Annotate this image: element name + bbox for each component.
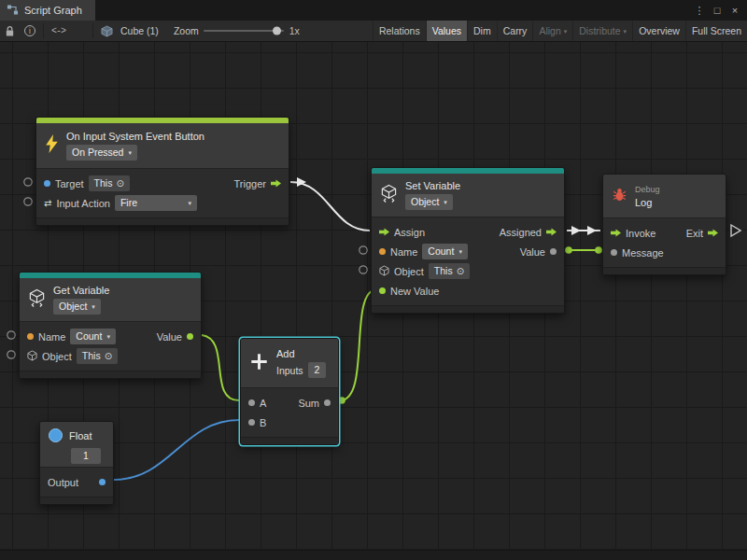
node-title: Float — [69, 430, 92, 441]
graph-target-label[interactable]: Cube (1) — [118, 25, 164, 36]
graph-canvas[interactable]: On Input System Event Button On Pressed … — [0, 42, 747, 560]
set-variable-ports: Assign Assigned Name Count ▾ Value Objec… — [372, 217, 564, 305]
zoom-slider[interactable] — [204, 21, 284, 41]
lightning-icon — [45, 134, 59, 157]
message-port-icon[interactable] — [611, 249, 617, 256]
event-mode-dropdown[interactable]: On Pressed ▾ — [66, 145, 137, 161]
variable-scope-dropdown[interactable]: Object ▾ — [405, 194, 453, 210]
node-debug-log[interactable]: Debug Log Invoke Exit Message — [602, 174, 726, 275]
name-port-icon[interactable] — [27, 333, 34, 340]
value-port-label: Value — [157, 331, 182, 343]
target-port-label: Target — [55, 178, 84, 189]
object-port-label: Object — [42, 351, 72, 362]
kebab-menu-icon[interactable]: ⋮ — [692, 3, 707, 18]
object-port-icon[interactable] — [379, 265, 389, 278]
a-port-icon[interactable] — [248, 399, 255, 406]
wire-getvalue-to-a[interactable] — [202, 335, 239, 400]
distribute-label: Distribute — [579, 25, 620, 36]
variable-scope-value: Object — [411, 196, 439, 208]
chevron-down-icon: ▾ — [624, 28, 627, 35]
distribute-button[interactable]: Distribute▾ — [572, 21, 632, 41]
object-port-icon[interactable] — [27, 350, 37, 363]
debug-log-header: Debug Log — [603, 175, 726, 217]
b-port-label: B — [260, 417, 266, 428]
invoke-flow-port[interactable] — [611, 229, 621, 238]
node-footer — [372, 305, 564, 313]
name-value: Count — [428, 245, 454, 258]
trigger-port-label: Trigger — [234, 178, 266, 189]
target-this-chip[interactable]: This ⊙ — [89, 175, 130, 191]
relations-label: Relations — [379, 25, 420, 36]
port-row-name: Name Count ▾ Value — [372, 242, 564, 261]
zoom-slider-handle[interactable] — [273, 27, 281, 35]
info-icon[interactable]: i — [20, 21, 40, 41]
target-picker-icon: ⊙ — [116, 179, 123, 189]
chevron-down-icon: ▾ — [564, 28, 568, 35]
target-port-icon[interactable] — [44, 180, 50, 187]
fullscreen-button[interactable]: Full Screen — [685, 21, 747, 41]
sum-port-icon[interactable] — [324, 399, 331, 406]
target-this-value: This — [94, 177, 113, 189]
node-add[interactable]: Add Inputs 2 A Sum B — [240, 338, 339, 445]
output-port-icon[interactable] — [99, 479, 106, 485]
align-button[interactable]: Align▾ — [532, 21, 572, 41]
align-label: Align — [539, 25, 560, 36]
name-dropdown[interactable]: Count ▾ — [70, 329, 116, 344]
overview-label: Overview — [639, 25, 680, 36]
object-this-chip[interactable]: This ⊙ — [429, 263, 470, 279]
get-variable-header: Get Variable Object ▾ — [20, 278, 201, 321]
assign-flow-port[interactable] — [379, 228, 389, 237]
event-node-header: On Input System Event Button On Pressed … — [36, 123, 289, 168]
assign-port-label: Assign — [394, 227, 425, 238]
value-port-icon[interactable] — [187, 333, 193, 340]
b-port-icon[interactable] — [248, 419, 255, 426]
node-title: Set Variable — [405, 180, 460, 191]
float-value-field[interactable]: 1 — [71, 448, 101, 464]
node-float[interactable]: Float 1 Output — [39, 421, 114, 505]
node-title: Add — [276, 348, 326, 359]
variable-scope-dropdown[interactable]: Object ▾ — [53, 299, 101, 315]
port-row-output: Output — [40, 472, 113, 492]
dim-button[interactable]: Dim — [467, 21, 497, 41]
new-value-port-label: New Value — [390, 286, 439, 297]
name-port-label: Name — [38, 331, 65, 343]
node-on-input-system-event-button[interactable]: On Input System Event Button On Pressed … — [35, 117, 289, 226]
overview-button[interactable]: Overview — [632, 21, 685, 41]
wire-float-to-b[interactable] — [114, 420, 239, 480]
output-port-label: Output — [48, 477, 78, 488]
bug-icon — [612, 187, 627, 206]
object-this-chip[interactable]: This ⊙ — [77, 348, 118, 364]
name-port-icon[interactable] — [379, 248, 386, 255]
chevron-down-icon: ▾ — [92, 303, 95, 310]
values-button[interactable]: Values — [426, 21, 467, 41]
wire-assigned-to-invoke[interactable] — [567, 226, 600, 235]
wire-trigger-to-assign[interactable] — [290, 177, 370, 231]
variable-cube-icon — [380, 184, 398, 207]
swap-arrows-icon[interactable]: <-> — [47, 21, 70, 41]
toolbar-separator — [43, 23, 44, 37]
close-icon[interactable]: × — [727, 3, 742, 18]
tab-script-graph[interactable]: Script Graph — [0, 0, 95, 21]
toolbar-separator — [92, 23, 93, 37]
carry-button[interactable]: Carry — [497, 21, 533, 41]
dim-label: Dim — [473, 25, 491, 36]
node-footer — [36, 217, 289, 225]
maximize-icon[interactable]: □ — [710, 3, 725, 18]
object-this-value: This — [434, 265, 453, 277]
input-action-dropdown[interactable]: Fire ▾ — [115, 195, 197, 211]
node-get-variable[interactable]: Get Variable Object ▾ Name Count ▾ Value — [19, 272, 202, 379]
exit-flow-port[interactable] — [708, 229, 718, 238]
assigned-flow-port[interactable] — [546, 228, 557, 237]
relations-button[interactable]: Relations — [373, 21, 426, 41]
lock-icon[interactable] — [0, 21, 20, 41]
trigger-flow-port[interactable] — [271, 179, 281, 189]
port-row-invoke: Invoke Exit — [603, 223, 726, 243]
exit-hollow-arrow[interactable] — [731, 225, 740, 236]
node-set-variable[interactable]: Set Variable Object ▾ Assign Assigned Na… — [371, 167, 565, 314]
sum-port-label: Sum — [298, 398, 319, 409]
name-dropdown[interactable]: Count ▾ — [422, 244, 468, 259]
wire-value-to-message[interactable] — [565, 246, 602, 254]
inputs-count-field[interactable]: 2 — [308, 362, 327, 378]
new-value-port-icon[interactable] — [379, 287, 386, 294]
value-port-icon[interactable] — [550, 248, 557, 255]
